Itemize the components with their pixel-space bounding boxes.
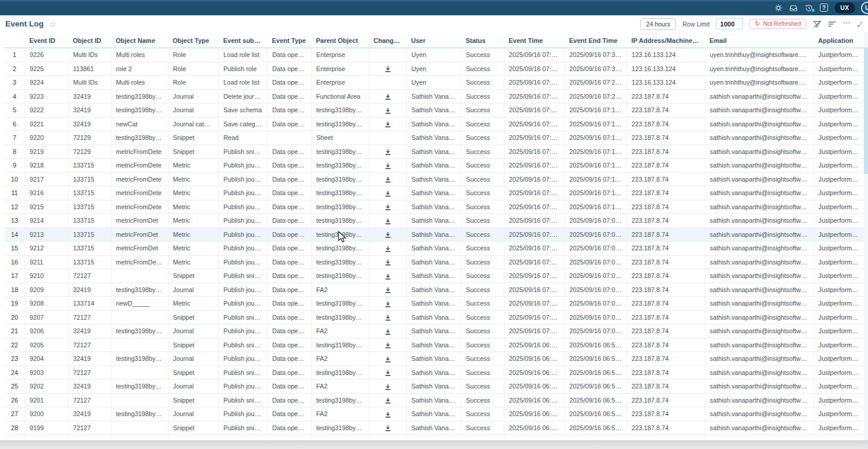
change-summary-download-icon[interactable] <box>385 93 391 100</box>
table-row[interactable]: 11 9216 133715 metricFromDete Metric Pub… <box>5 186 864 200</box>
change-summary-download-icon[interactable] <box>385 66 391 72</box>
col-header-event-type[interactable]: Event Type <box>267 34 311 48</box>
change-summary-download-icon[interactable] <box>385 384 391 390</box>
col-header-event-id[interactable]: Event ID <box>25 34 68 48</box>
help-icon[interactable]: ? <box>819 3 829 12</box>
table-row[interactable]: 21 9206 32419 testing3198by2Edit Journal… <box>5 324 864 339</box>
table-row[interactable]: 10 9217 133715 metricFromDete Metric Pub… <box>5 172 864 186</box>
cell-user: Sathish Vanaparthi <box>406 242 461 256</box>
change-summary-download-icon[interactable] <box>385 259 391 266</box>
change-summary-download-icon[interactable] <box>385 273 391 280</box>
table-row[interactable]: 16 9211 133715 metricFromDet_____ Metric… <box>5 255 864 269</box>
horizontal-scrollbar-track[interactable] <box>0 440 868 449</box>
cell-email: sathish.vanaparthi@insightsoftware.com <box>705 393 813 407</box>
col-header-status[interactable]: Status <box>461 34 504 48</box>
change-summary-download-icon[interactable] <box>385 425 391 431</box>
user-avatar[interactable]: U <box>861 2 868 14</box>
cell-event-end-time: 2025/09/16 07:38:08 <box>564 62 627 76</box>
table-row[interactable]: 23 9204 32419 testing3198by2Edit Journal… <box>5 352 864 366</box>
table-row[interactable]: 17 9210 72127 Snippet Publish snippet Da… <box>5 269 864 283</box>
col-header-object-id[interactable]: Object ID <box>68 34 111 48</box>
cell-object-id: Multi IDs <box>68 76 111 90</box>
col-header-application[interactable]: Application <box>813 34 864 48</box>
col-header-event-end-time[interactable]: Event End Time <box>564 34 627 48</box>
col-header-object-name[interactable]: Object Name <box>111 34 168 48</box>
cell-event-type: Data operation <box>267 145 311 159</box>
table-row[interactable]: 13 9214 133715 metricFromDet Metric Publ… <box>5 214 864 228</box>
settings-gear-icon[interactable] <box>773 3 783 12</box>
table-row[interactable]: 18 9209 32419 testing3198by2Edit Journal… <box>5 283 864 297</box>
change-summary-download-icon[interactable] <box>385 411 391 418</box>
table-row[interactable]: 6 9221 32419 newCat Journal category Sav… <box>5 117 864 131</box>
row-limit-input[interactable] <box>716 18 743 29</box>
table-row[interactable]: 9 9218 133715 metricFromDete Metric Publ… <box>5 159 864 173</box>
vertical-scrollbar-thumb[interactable] <box>864 48 868 174</box>
expand-icon[interactable]: ⤢ <box>857 20 862 28</box>
col-header-event-time[interactable]: Event Time <box>504 34 564 48</box>
table-row[interactable]: 3 9224 Multi IDs Multi roles Role Load r… <box>5 76 864 90</box>
col-header-parent-object[interactable]: Parent Object <box>311 34 369 48</box>
cell-event-sub-type: Save category <box>218 117 267 131</box>
table-row[interactable]: 27 9200 32419 testing3198by2Edit Journal… <box>5 407 864 421</box>
cell-status: Success <box>461 186 504 200</box>
table-row[interactable]: 12 9215 133715 metricFromDete Metric Pub… <box>5 200 864 214</box>
cell-event-time: 2025/09/16 07:15:25 <box>504 103 564 118</box>
cell-user: Sathish Vanaparthi <box>406 186 461 200</box>
change-summary-download-icon[interactable] <box>385 232 391 238</box>
table-row[interactable]: 7 9220 72129 testing3198by2Edit Snippet … <box>5 131 864 145</box>
cell-object-id: 32419 <box>68 380 111 394</box>
change-summary-download-icon[interactable] <box>385 108 391 114</box>
col-header-object-type[interactable]: Object Type <box>168 34 218 48</box>
change-summary-download-icon[interactable] <box>385 356 391 363</box>
col-header-user[interactable]: User <box>406 34 461 48</box>
not-refreshed-button[interactable]: ↻ Not Refreshed <box>749 19 806 29</box>
table-row[interactable]: 2 9225 113861 role 2 Role Publish role D… <box>5 62 864 76</box>
change-summary-download-icon[interactable] <box>385 397 391 404</box>
col-header-email[interactable]: Email <box>705 34 813 48</box>
table-row[interactable]: 24 9203 72127 Snippet Publish snippet Da… <box>5 366 864 380</box>
time-range-button[interactable]: 24 hours <box>640 18 676 30</box>
table-row[interactable]: 8 9219 72129 metricFromDete Snippet Publ… <box>5 145 864 159</box>
change-summary-download-icon[interactable] <box>385 190 391 197</box>
col-header-ip-address[interactable]: IP Address/Machine name <box>627 34 705 48</box>
cell-change-summary <box>369 421 406 435</box>
col-header-event-sub-type[interactable]: Event sub-type <box>218 34 267 48</box>
table-row[interactable]: 19 9208 133714 newD_____ Metric Publish … <box>5 297 864 311</box>
history-clock-icon[interactable] <box>804 3 813 12</box>
change-summary-download-icon[interactable] <box>385 287 391 293</box>
table-row[interactable]: 1 9226 Multi IDs Multi roles Role Load r… <box>5 48 864 62</box>
cell-change-summary <box>369 338 406 352</box>
table-row[interactable]: 26 9201 72127 Snippet Publish snippet Da… <box>5 393 864 407</box>
change-summary-download-icon[interactable] <box>385 370 391 376</box>
table-row[interactable]: 14 9213 133715 metricFromDet Metric Publ… <box>5 227 864 242</box>
cell-event-type: Data operation <box>267 117 311 131</box>
table-row[interactable]: 22 9205 72127 Snippet Publish snippet Da… <box>5 338 864 352</box>
table-row[interactable]: 20 9207 72127 Snippet Publish snippet Da… <box>5 310 864 324</box>
filter-off-icon[interactable] <box>813 20 822 28</box>
sort-menu-icon[interactable] <box>828 21 836 28</box>
change-summary-download-icon[interactable] <box>385 301 391 307</box>
ux-badge[interactable]: UX <box>835 2 855 14</box>
change-summary-download-icon[interactable] <box>385 149 391 155</box>
vertical-scrollbar[interactable] <box>864 32 868 440</box>
col-header-change-summary[interactable]: Change Su... <box>369 34 406 48</box>
change-summary-download-icon[interactable] <box>385 218 391 224</box>
favorite-star-icon[interactable]: ☆ <box>49 20 56 28</box>
table-row[interactable]: 4 9223 32419 testing3198by2Edit Journal … <box>5 89 864 103</box>
table-row[interactable]: 5 9222 32419 testing3198by2Edit Journal … <box>5 103 864 118</box>
more-options-icon[interactable]: ⋯ <box>843 19 851 29</box>
change-summary-download-icon[interactable] <box>385 204 391 210</box>
change-summary-download-icon[interactable] <box>385 163 391 169</box>
table-row[interactable]: 15 9212 133715 metricFromDet Metric Publ… <box>5 242 864 256</box>
change-summary-download-icon[interactable] <box>385 121 391 128</box>
table-row[interactable]: 28 9199 72127 Snippet Publish snippet Da… <box>5 421 864 435</box>
table-row[interactable]: 25 9202 32419 testing3198by2Edit Journal… <box>5 380 864 394</box>
change-summary-download-icon[interactable] <box>385 342 391 349</box>
cell-event-time: 2025/09/16 07:08:23 <box>504 214 564 228</box>
change-summary-download-icon[interactable] <box>385 246 391 252</box>
change-summary-download-icon[interactable] <box>385 176 391 183</box>
cell-object-name <box>111 269 168 283</box>
change-summary-download-icon[interactable] <box>385 329 391 335</box>
inbox-icon[interactable] <box>789 3 798 12</box>
change-summary-download-icon[interactable] <box>385 314 391 321</box>
